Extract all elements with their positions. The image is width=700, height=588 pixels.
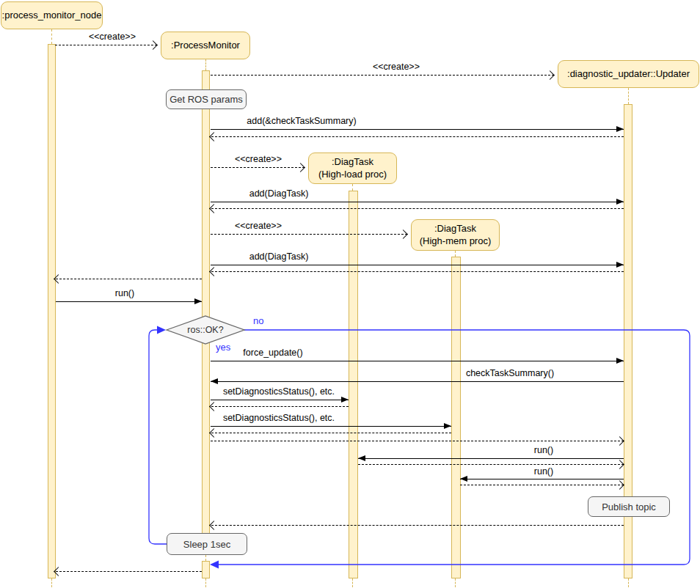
arrowhead-icon — [444, 423, 451, 429]
message-arrow — [211, 426, 451, 427]
message-arrow — [211, 271, 624, 272]
loop-back-arrowhead — [157, 326, 166, 334]
arrowhead-icon — [545, 70, 555, 80]
loop-back-line — [149, 330, 167, 544]
message-arrow — [211, 525, 624, 526]
arrowhead-icon — [209, 132, 219, 142]
message-arrow — [211, 361, 624, 361]
message-arrow — [56, 279, 202, 279]
arrowhead-icon — [209, 402, 219, 411]
message-arrow — [56, 571, 202, 572]
lifeline — [352, 578, 353, 587]
participant-label: :diagnostic_updater::Updater — [567, 68, 690, 80]
lifeline — [51, 29, 52, 44]
message-arrow — [211, 136, 624, 137]
lifeline — [51, 578, 52, 587]
message-label: setDiagnosticsStatus(), etc. — [223, 413, 335, 423]
arrowhead-icon — [341, 397, 349, 403]
activation-bar-process-monitor-final — [202, 561, 210, 578]
participant-label: :ProcessMonitor — [171, 40, 240, 51]
message-label: run() — [115, 288, 134, 298]
arrowhead-icon — [398, 229, 408, 239]
message-label: <<create>> — [373, 62, 420, 72]
arrowhead-icon — [616, 262, 624, 268]
message-arrow — [211, 433, 451, 433]
message-label: run() — [534, 445, 553, 455]
lifeline — [455, 578, 456, 587]
participant-label: :DiagTask — [332, 156, 373, 168]
arrowhead-icon — [460, 476, 467, 482]
note-sleep-1sec: Sleep 1sec — [167, 533, 247, 555]
message-arrow — [460, 485, 624, 485]
participant-process-monitor: :ProcessMonitor — [161, 32, 250, 59]
message-arrow — [55, 45, 157, 45]
arrowhead-icon — [615, 460, 624, 469]
message-arrow — [211, 167, 305, 168]
message-label: add(&checkTaskSummary) — [247, 116, 356, 126]
arrowhead-icon — [358, 455, 365, 461]
lifeline — [205, 555, 206, 561]
note-get-ros-params: Get ROS params — [166, 89, 247, 109]
lifeline — [205, 59, 206, 70]
message-arrow — [211, 265, 624, 265]
decision-condition: ros::OK? — [187, 325, 223, 335]
message-arrow — [211, 400, 349, 400]
lifeline — [352, 184, 353, 191]
message-arrow — [211, 208, 624, 209]
message-arrow — [211, 441, 624, 441]
message-arrow — [211, 406, 349, 407]
message-label: force_update() — [243, 348, 302, 358]
loop-exit-arrowhead — [210, 561, 219, 569]
message-arrow — [211, 234, 407, 235]
activation-bar-process-monitor — [202, 70, 210, 555]
branch-label-yes: yes — [216, 342, 230, 353]
message-arrow — [211, 202, 624, 202]
arrowhead-icon — [616, 358, 624, 364]
participant-label: :process_monitor_node — [2, 10, 102, 21]
participant-sublabel: (High-load proc) — [318, 169, 387, 180]
lifeline — [628, 88, 629, 104]
arrowhead-icon — [616, 126, 624, 132]
activation-bar-diagtask-high-load — [349, 191, 358, 578]
arrowhead-icon — [209, 428, 219, 438]
note-get-ros-params-label: Get ROS params — [169, 94, 243, 105]
participant-diagtask-high-load: :DiagTask (High-load proc) — [308, 152, 397, 184]
message-label: add(DiagTask) — [249, 188, 309, 199]
participant-label: :DiagTask — [434, 223, 476, 235]
participant-sublabel: (High-mem proc) — [420, 235, 492, 247]
arrowhead-icon — [194, 298, 202, 304]
activation-bar-process-monitor-node — [48, 44, 56, 578]
note-publish-topic: Publish topic — [588, 496, 670, 517]
sequence-diagram: ros::OK? no yes Get ROS params Publish t… — [0, 0, 700, 588]
branch-label-no: no — [253, 315, 263, 326]
message-label: setDiagnosticsStatus(), etc. — [223, 386, 335, 397]
message-label: <<create>> — [89, 32, 136, 42]
arrowhead-icon — [211, 378, 218, 384]
message-label: <<create>> — [235, 221, 282, 231]
message-arrow — [211, 381, 624, 382]
arrowhead-icon — [148, 40, 158, 50]
message-arrow — [358, 458, 624, 459]
note-publish-topic-label: Publish topic — [602, 501, 656, 512]
message-label: <<create>> — [235, 154, 282, 164]
message-arrow — [460, 479, 624, 479]
arrowhead-icon — [296, 163, 305, 172]
message-arrow — [211, 129, 624, 130]
lifeline — [205, 578, 206, 587]
message-arrow — [211, 75, 554, 76]
participant-diagtask-high-mem: :DiagTask (High-mem proc) — [411, 219, 500, 251]
participant-process-monitor-node: :process_monitor_node — [1, 1, 103, 29]
message-arrow — [56, 301, 202, 302]
arrowhead-icon — [209, 521, 219, 530]
message-label: add(DiagTask) — [249, 251, 309, 262]
arrowhead-icon — [615, 436, 624, 446]
arrowhead-icon — [616, 199, 624, 205]
activation-bar-diagtask-high-mem — [451, 257, 461, 578]
note-sleep-1sec-label: Sleep 1sec — [183, 539, 230, 550]
arrowhead-icon — [615, 480, 624, 490]
arrowhead-icon — [209, 267, 219, 276]
message-label: run() — [534, 466, 553, 477]
lifeline — [628, 578, 629, 587]
message-label: checkTaskSummary() — [466, 368, 554, 378]
participant-updater: :diagnostic_updater::Updater — [558, 60, 699, 88]
